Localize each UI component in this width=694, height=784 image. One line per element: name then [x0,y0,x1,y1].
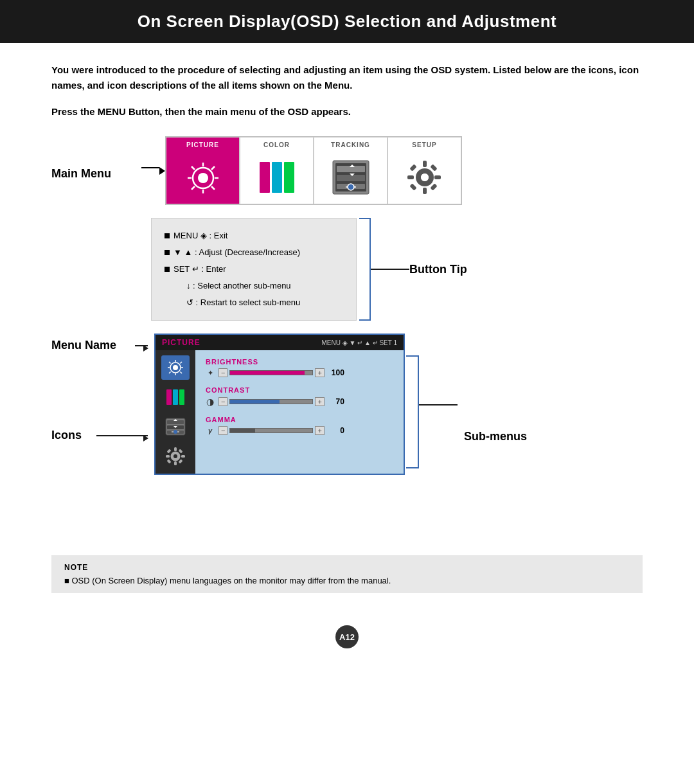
contrast-plus[interactable]: + [315,397,324,406]
svg-line-8 [211,166,215,170]
color-icon [257,151,297,204]
contrast-label: CONTRAST [206,386,393,394]
icons-label: Icons [51,429,82,442]
svg-rect-28 [434,175,441,179]
contrast-slider[interactable]: − + [218,397,325,406]
contrast-icon: ◑ [206,396,215,407]
brightness-minus[interactable]: − [218,368,227,377]
press-instruction: Press the MENU Button, then the main men… [51,106,643,117]
svg-rect-11 [272,162,282,193]
brightness-plus[interactable]: + [315,368,324,377]
contrast-value: 70 [328,397,344,406]
menu-icon-tracking[interactable]: TRACKING [314,137,387,204]
osd-main-panel: BRIGHTNESS ✦ − + 100 [195,350,404,474]
intro-paragraph: You were introduced to the procedure of … [51,62,643,93]
svg-rect-29 [409,164,416,171]
brightness-value: 100 [328,368,344,377]
tracking-icon [332,151,370,204]
button-tip-label: Button Tip [409,263,467,276]
color-label: COLOR [263,141,290,148]
submenu-gamma: GAMMA γ − + 0 [206,416,393,435]
sub-menus-bracket [406,355,419,468]
svg-rect-27 [407,175,414,179]
svg-point-20 [348,184,354,190]
menu-name-label: Menu Name [51,339,116,352]
button-tip-box: MENU ◈ : Exit ▼ ▲ : Adjust (Decrease/Inc… [151,218,357,321]
svg-rect-32 [430,183,437,190]
page-header: On Screen Display(OSD) Selection and Adj… [0,0,694,43]
bullet-4 [177,283,182,289]
brightness-fill [230,371,304,375]
svg-point-52 [174,430,177,434]
setup-label: SETUP [412,141,436,148]
svg-rect-31 [409,183,416,190]
bullet-3 [165,267,170,272]
note-title: NOTE [64,563,630,572]
svg-rect-57 [174,447,177,451]
svg-rect-58 [174,461,177,465]
menu-icon-color[interactable]: COLOR [240,137,314,204]
svg-point-1 [198,173,208,183]
picture-label: PICTURE [186,141,219,148]
brightness-track [229,370,313,375]
tracking-label: TRACKING [331,141,370,148]
menu-icon-picture[interactable]: PICTURE [166,137,240,204]
osd-sidebar [156,350,195,474]
tip-text-4: ↓ : Select another sub-menu [186,278,291,294]
sidebar-icon-color[interactable] [161,385,190,409]
contrast-row: ◑ − + 70 [206,396,393,407]
svg-line-39 [169,362,171,364]
sidebar-icon-tracking[interactable] [161,414,190,439]
page-number-area: A12 [51,625,643,668]
svg-point-24 [421,174,429,181]
svg-rect-44 [173,389,178,405]
bullet-2 [165,250,170,255]
note-text: ■ OSD (On Screen Display) menu languages… [64,576,630,585]
icons-arrow [96,435,148,436]
svg-rect-43 [166,389,172,405]
submenu-brightness: BRIGHTNESS ✦ − + 100 [206,358,393,377]
note-box: NOTE ■ OSD (On Screen Display) menu lang… [51,555,643,593]
svg-rect-25 [423,161,427,167]
gamma-slider[interactable]: − + [218,426,325,435]
svg-line-9 [191,186,195,190]
tip-text-1: MENU ◈ : Exit [174,227,227,244]
osd-nav-icons: MENU ◈ ▼ ↵ ▲ ↵ SET 1 [321,339,397,346]
menu-name-arrowhead [143,345,148,352]
contrast-track [229,399,313,404]
osd-screen-wrapper: PICTURE MENU ◈ ▼ ↵ ▲ ↵ SET 1 [154,334,405,475]
tip-item-2: ▼ ▲ : Adjust (Decrease/Increase) [165,244,343,261]
brightness-label: BRIGHTNESS [206,358,393,366]
main-menu-icons: PICTURE [165,136,462,205]
osd-top-bar: PICTURE MENU ◈ ▼ ↵ ▲ ↵ SET 1 [156,335,404,350]
gamma-minus[interactable]: − [218,426,227,435]
sidebar-icon-picture[interactable] [161,355,190,380]
brightness-slider[interactable]: − + [218,368,325,377]
svg-rect-12 [284,162,294,193]
osd-body: BRIGHTNESS ✦ − + 100 [156,350,404,474]
gamma-plus[interactable]: + [315,426,324,435]
picture-icon [184,151,222,204]
osd-menu-tag: PICTURE [162,338,200,347]
contrast-minus[interactable]: − [218,397,227,406]
svg-rect-62 [178,449,182,453]
svg-line-40 [181,372,182,374]
tip-text-2: ▼ ▲ : Adjust (Decrease/Increase) [174,244,300,261]
svg-rect-63 [166,459,171,463]
svg-rect-10 [260,162,270,193]
menu-icon-setup[interactable]: SETUP [387,137,461,204]
tip-text-5: ↺ : Restart to select sub-menu [186,294,300,311]
icons-arrowhead [143,435,148,441]
osd-screen: PICTURE MENU ◈ ▼ ↵ ▲ ↵ SET 1 [154,334,405,475]
main-menu-arrow-head [159,167,165,175]
tip-item-5: ↺ : Restart to select sub-menu [165,294,343,311]
button-tip-bracket [359,218,371,321]
svg-line-6 [191,166,195,170]
main-menu-label: Main Menu [51,136,141,181]
tip-item-3: SET ↵ : Enter [165,261,343,278]
svg-line-7 [211,186,215,190]
sidebar-icon-setup[interactable] [161,444,190,468]
brightness-row: ✦ − + 100 [206,368,393,377]
gamma-icon: γ [206,427,215,434]
svg-rect-26 [423,188,427,194]
